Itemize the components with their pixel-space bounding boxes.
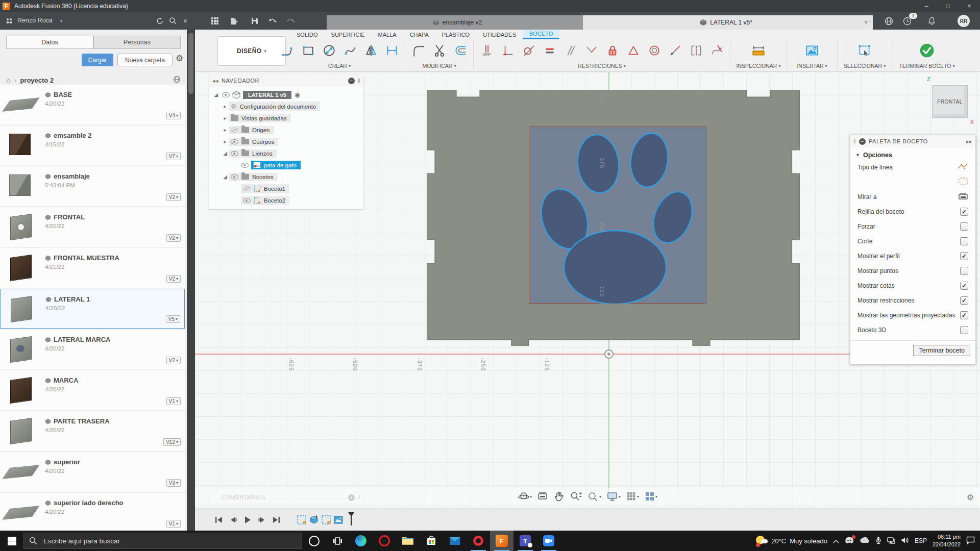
save-icon[interactable] [248,15,261,27]
expand-icon[interactable]: ▸ [222,115,229,121]
insert-image-icon[interactable] [802,40,823,61]
volume-tray-icon[interactable] [901,537,909,545]
checkbox-boceto3d[interactable]: ✓ [960,326,968,334]
tab-chapa[interactable]: CHAPA [403,30,435,39]
timeline-play-icon[interactable] [241,513,254,527]
file-explorer-icon[interactable] [396,531,420,551]
start-button[interactable] [0,531,23,551]
select-tool-icon[interactable] [854,40,875,61]
rectangle-tool-icon[interactable] [298,40,318,61]
group-label-seleccionar[interactable]: SELECCIONAR▾ [844,63,886,69]
zoom-meeting-icon[interactable] [537,531,560,551]
orbit-icon[interactable]: ▾ [516,489,533,504]
timeline-end-icon[interactable] [270,513,283,527]
origin-point[interactable] [604,349,614,359]
user-menu[interactable]: Renzo Roca [17,17,53,24]
avatar[interactable]: RR [958,15,970,27]
collapse-panel-icon[interactable]: ◂◂ [212,78,218,84]
share-globe-icon[interactable] [173,76,181,85]
panel-grip-icon[interactable]: ‖ [853,138,856,144]
discord-tray-icon[interactable] [845,537,854,545]
mirror-tool-icon[interactable] [360,40,381,61]
panel-grip-icon[interactable]: ‖ [358,78,360,84]
navigator-header[interactable]: ◂◂ NAVEGADOR − ‖ [209,74,363,87]
offset-tool-icon[interactable] [450,40,471,61]
task-view-icon[interactable] [326,531,349,551]
minimize-button[interactable]: – [916,0,937,12]
edge-browser-icon[interactable] [349,531,373,551]
nueva-carpeta-button[interactable]: Nueva carpeta [117,54,173,66]
finish-sketch-check-icon[interactable] [917,40,938,61]
tree-item-selected[interactable]: pata de gato [209,159,363,171]
zoom-icon[interactable] [568,490,583,503]
linetype-icon[interactable] [957,162,968,172]
circle-tool-icon[interactable] [318,40,339,61]
checkbox-cotas[interactable]: ✓ [960,282,968,290]
tab-plastico[interactable]: PLÁSTICO [435,30,476,39]
group-label-crear[interactable]: CREAR▾ [328,63,351,69]
group-label-terminar[interactable]: TERMINAR BOCETO▾ [899,63,955,69]
breadcrumb-folder[interactable]: proyecto 2 [20,77,54,84]
file-item[interactable]: PARTE TRASERA4/20/22 V12▾ [0,411,185,451]
notifications-bell-icon[interactable] [925,15,938,27]
look-at-icon[interactable] [958,192,968,202]
angle-constraint-icon[interactable] [581,40,602,61]
version-badge[interactable]: V12▾ [163,438,181,446]
redo-icon[interactable] [284,15,297,27]
visibility-eye-off-icon[interactable] [243,186,251,191]
midpoint-constraint-icon[interactable] [665,40,685,61]
checkbox-perfil[interactable]: ✓ [960,252,968,260]
viewcube[interactable]: Z FRONTAL X [929,81,972,122]
tree-item[interactable]: ▸ Origen [209,124,363,136]
action-center-icon[interactable] [966,536,975,546]
fit-view-icon[interactable]: ▾ [585,490,603,503]
tree-item[interactable]: ▸ ⚙Configuración del documento [209,101,363,112]
terminar-boceto-button[interactable]: Terminar boceto [913,345,970,356]
cat-paw-sketch[interactable] [529,127,706,304]
microphone-tray-icon[interactable] [875,536,881,546]
fix-constraint-icon[interactable] [623,40,644,61]
fusion360-taskbar-icon[interactable]: F [490,531,513,551]
expand-icon[interactable]: ▸ [222,104,229,109]
job-status-icon[interactable]: 1 [900,15,914,27]
expand-icon[interactable]: ◢ [212,92,219,97]
look-at-icon[interactable] [535,490,550,503]
weather-widget[interactable]: 20°C Muy soleado [755,535,827,547]
group-label-modificar[interactable]: MODIFICAR▾ [423,63,456,69]
checkbox-forzar[interactable]: ✓ [960,222,968,231]
timeline-step-forward-icon[interactable] [255,513,268,527]
tree-item[interactable]: ◢ Bocetos [209,171,363,183]
timeline-sketch-feature[interactable] [321,514,332,525]
file-item[interactable]: superior lado derecho4/20/22 V1▾ [0,493,185,531]
tree-item[interactable]: ◢ Lienzos [209,147,363,159]
tree-item[interactable]: Boceto2 [209,194,363,206]
lock-constraint-icon[interactable] [602,40,623,61]
panel-minus-icon[interactable]: − [348,78,355,84]
timeline-canvas-feature[interactable] [333,514,344,525]
curvature-constraint-icon[interactable] [706,40,727,61]
design-workspace-menu[interactable]: DISEÑO▾ [217,36,286,66]
measure-tool-icon[interactable] [748,40,769,61]
checkbox-corte[interactable]: ✓ [960,237,968,245]
refresh-icon[interactable] [153,15,166,27]
pan-hand-icon[interactable] [552,490,566,503]
grid-settings-icon[interactable]: ▾ [624,490,641,503]
tab-utilidades[interactable]: UTILIDADES [476,30,523,39]
group-label-insertar[interactable]: INSERTAR▾ [797,63,827,69]
panel-minus-icon[interactable]: − [859,138,866,145]
document-tab-active[interactable]: LATERAL 1 v5* × [583,15,873,30]
file-item[interactable]: FRONTAL4/20/22 V2▾ [0,207,185,247]
microsoft-store-icon[interactable] [420,531,443,551]
visibility-eye-off-icon[interactable] [231,128,238,133]
app-grid-icon[interactable] [208,15,222,27]
display-settings-icon[interactable]: ▾ [605,490,622,503]
visibility-eye-icon[interactable] [243,198,251,203]
tree-item[interactable]: ▸ Vistas guardadas [209,112,363,124]
mail-icon[interactable] [443,531,467,551]
teams-icon[interactable]: T [513,531,537,551]
trim-scissors-icon[interactable] [429,40,450,61]
concentric-constraint-icon[interactable] [644,40,665,61]
version-badge[interactable]: V2▾ [166,275,181,283]
file-item-selected[interactable]: LATERAL 14/20/22 V5▾ [0,289,185,329]
new-tab-button[interactable]: + [868,16,872,25]
